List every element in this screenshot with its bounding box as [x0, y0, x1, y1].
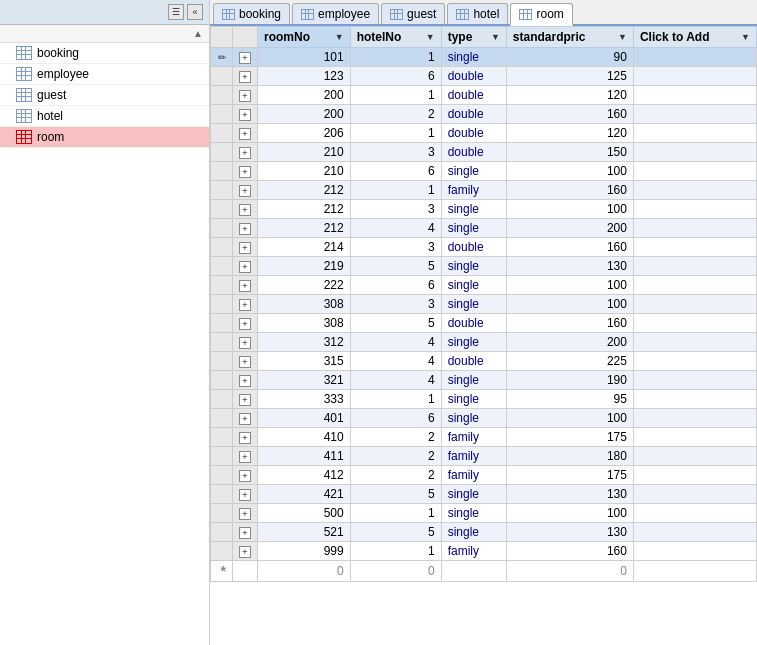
sidebar-section-collapse-icon[interactable]: ▲	[193, 28, 203, 39]
sidebar-menu-button[interactable]: ☰	[168, 4, 184, 20]
row-selector[interactable]	[211, 124, 233, 143]
new-record-cell-roomNo[interactable]: 0	[258, 561, 351, 582]
row-selector[interactable]	[211, 86, 233, 105]
table-row[interactable]: +2106single100	[211, 162, 757, 181]
row-expand-btn[interactable]: +	[233, 200, 258, 219]
sidebar-item-room[interactable]: room	[0, 127, 209, 148]
row-expand-btn[interactable]: +	[233, 523, 258, 542]
row-selector[interactable]: ✏	[211, 48, 233, 67]
new-record-row[interactable]: *000	[211, 561, 757, 582]
row-selector[interactable]	[211, 276, 233, 295]
row-expand-btn[interactable]: +	[233, 352, 258, 371]
table-row[interactable]: +4102family175	[211, 428, 757, 447]
sidebar-item-employee[interactable]: employee	[0, 64, 209, 85]
table-row[interactable]: +3085double160	[211, 314, 757, 333]
row-expand-btn[interactable]: +	[233, 428, 258, 447]
row-expand-btn[interactable]: +	[233, 181, 258, 200]
row-selector[interactable]	[211, 352, 233, 371]
table-row[interactable]: +2123single100	[211, 200, 757, 219]
new-record-cell-standardpric[interactable]: 0	[506, 561, 633, 582]
row-selector[interactable]	[211, 105, 233, 124]
row-expand-btn[interactable]: +	[233, 295, 258, 314]
row-expand-btn[interactable]: +	[233, 542, 258, 561]
table-row[interactable]: +2226single100	[211, 276, 757, 295]
row-selector[interactable]	[211, 466, 233, 485]
table-row[interactable]: +4016single100	[211, 409, 757, 428]
table-row[interactable]: +2121family160	[211, 181, 757, 200]
row-selector[interactable]	[211, 257, 233, 276]
row-expand-btn[interactable]: +	[233, 409, 258, 428]
row-selector[interactable]	[211, 447, 233, 466]
new-record-cell-hotelNo[interactable]: 0	[350, 561, 441, 582]
tab-booking[interactable]: booking	[213, 3, 290, 24]
row-expand-btn[interactable]: +	[233, 466, 258, 485]
row-selector[interactable]	[211, 409, 233, 428]
table-row[interactable]: ✏+1011single90	[211, 48, 757, 67]
table-row[interactable]: +3154double225	[211, 352, 757, 371]
row-selector[interactable]	[211, 428, 233, 447]
sidebar-item-hotel[interactable]: hotel	[0, 106, 209, 127]
row-selector[interactable]	[211, 333, 233, 352]
row-selector[interactable]	[211, 295, 233, 314]
table-row[interactable]: +2124single200	[211, 219, 757, 238]
table-row[interactable]: +9991family160	[211, 542, 757, 561]
sidebar-item-booking[interactable]: booking	[0, 43, 209, 64]
table-row[interactable]: +2002double160	[211, 105, 757, 124]
table-row[interactable]: +2001double120	[211, 86, 757, 105]
tab-guest[interactable]: guest	[381, 3, 445, 24]
row-expand-btn[interactable]: +	[233, 314, 258, 333]
row-selector[interactable]	[211, 162, 233, 181]
row-selector[interactable]	[211, 523, 233, 542]
row-selector[interactable]	[211, 371, 233, 390]
row-expand-btn[interactable]: +	[233, 67, 258, 86]
table-row[interactable]: +1236double125	[211, 67, 757, 86]
row-selector[interactable]	[211, 504, 233, 523]
tab-employee[interactable]: employee	[292, 3, 379, 24]
table-row[interactable]: +2103double150	[211, 143, 757, 162]
sidebar-item-guest[interactable]: guest	[0, 85, 209, 106]
table-row[interactable]: +2195single130	[211, 257, 757, 276]
row-expand-btn[interactable]: +	[233, 48, 258, 67]
table-row[interactable]: +4112family180	[211, 447, 757, 466]
row-expand-btn[interactable]: +	[233, 485, 258, 504]
table-row[interactable]: +2061double120	[211, 124, 757, 143]
row-selector[interactable]	[211, 219, 233, 238]
col-header-click-to-add[interactable]: Click to Add▼	[633, 27, 756, 48]
col-header-standardpric[interactable]: standardpric▼	[506, 27, 633, 48]
table-row[interactable]: +4215single130	[211, 485, 757, 504]
row-selector[interactable]	[211, 485, 233, 504]
row-expand-btn[interactable]: +	[233, 86, 258, 105]
table-row[interactable]: +4122family175	[211, 466, 757, 485]
row-expand-btn[interactable]: +	[233, 371, 258, 390]
row-expand-btn[interactable]: +	[233, 219, 258, 238]
row-expand-btn[interactable]: +	[233, 124, 258, 143]
table-row[interactable]: +5001single100	[211, 504, 757, 523]
row-selector[interactable]	[211, 181, 233, 200]
row-selector[interactable]	[211, 390, 233, 409]
col-header-roomno[interactable]: roomNo▼	[258, 27, 351, 48]
table-area[interactable]: roomNo▼hotelNo▼type▼standardpric▼Click t…	[210, 26, 757, 645]
col-header-hotelno[interactable]: hotelNo▼	[350, 27, 441, 48]
row-expand-btn[interactable]: +	[233, 238, 258, 257]
table-row[interactable]: +3124single200	[211, 333, 757, 352]
row-expand-btn[interactable]: +	[233, 276, 258, 295]
row-expand-btn[interactable]: +	[233, 162, 258, 181]
row-expand-btn[interactable]: +	[233, 447, 258, 466]
tab-room[interactable]: room	[510, 3, 572, 26]
row-expand-btn[interactable]: +	[233, 257, 258, 276]
col-header-type[interactable]: type▼	[441, 27, 506, 48]
sidebar-collapse-button[interactable]: «	[187, 4, 203, 20]
tab-hotel[interactable]: hotel	[447, 3, 508, 24]
row-selector[interactable]	[211, 67, 233, 86]
table-row[interactable]: +3214single190	[211, 371, 757, 390]
row-selector[interactable]	[211, 143, 233, 162]
row-expand-btn[interactable]: +	[233, 333, 258, 352]
table-row[interactable]: +5215single130	[211, 523, 757, 542]
table-row[interactable]: +2143double160	[211, 238, 757, 257]
row-expand-btn[interactable]: +	[233, 143, 258, 162]
row-selector[interactable]	[211, 314, 233, 333]
new-record-cell-type[interactable]	[441, 561, 506, 582]
row-selector[interactable]	[211, 542, 233, 561]
row-expand-btn[interactable]: +	[233, 105, 258, 124]
row-selector[interactable]	[211, 200, 233, 219]
